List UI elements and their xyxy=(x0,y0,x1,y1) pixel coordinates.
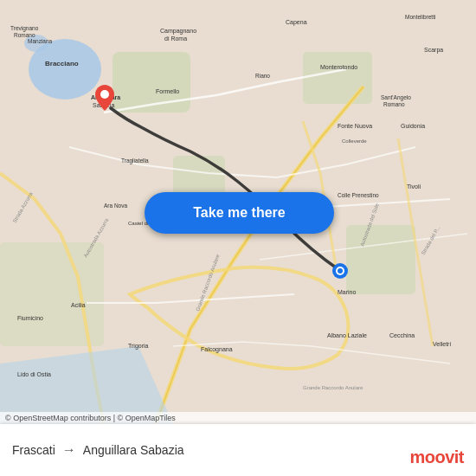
svg-text:Fonte Nuova: Fonte Nuova xyxy=(338,123,372,129)
svg-text:Falcognana: Falcognana xyxy=(201,346,233,353)
svg-text:Monterotondo: Monterotondo xyxy=(320,64,357,70)
svg-text:Tragliatella: Tragliatella xyxy=(121,158,149,164)
route-arrow: → xyxy=(62,442,76,458)
svg-point-51 xyxy=(338,268,343,273)
svg-text:Montelibretti: Montelibretti xyxy=(405,14,435,20)
svg-text:Tivoli: Tivoli xyxy=(407,183,421,190)
svg-text:Grande Raccordo Anulare: Grande Raccordo Anulare xyxy=(303,385,363,390)
svg-rect-3 xyxy=(113,52,190,113)
origin-label: Frascati xyxy=(12,443,55,457)
svg-text:Albano Laziale: Albano Laziale xyxy=(327,332,367,338)
svg-text:Bracciano: Bracciano xyxy=(45,60,79,68)
destination-label: Anguillara Sabazia xyxy=(83,443,184,457)
destination-dot xyxy=(331,262,349,283)
bottom-bar: Frascati → Anguillara Sabazia moovit xyxy=(0,424,476,476)
svg-text:Riano: Riano xyxy=(255,73,270,79)
svg-rect-7 xyxy=(346,225,415,294)
svg-text:Velletri: Velletri xyxy=(433,341,451,347)
svg-text:Romano: Romano xyxy=(383,101,405,107)
svg-text:Colle Prenestino: Colle Prenestino xyxy=(338,192,379,198)
origin-pin xyxy=(95,85,114,114)
svg-text:di Roma: di Roma xyxy=(164,35,187,42)
svg-text:Sant'Angelo: Sant'Angelo xyxy=(381,94,411,101)
svg-text:Romano: Romano xyxy=(14,32,35,38)
svg-text:Cecchina: Cecchina xyxy=(389,332,415,338)
svg-text:Guidonia: Guidonia xyxy=(401,123,425,129)
svg-text:Trigoria: Trigoria xyxy=(128,343,149,350)
svg-point-48 xyxy=(100,90,109,99)
svg-text:Capena: Capena xyxy=(286,19,307,26)
svg-rect-6 xyxy=(303,52,372,104)
copyright-text: © OpenStreetMap contributors | © OpenMap… xyxy=(5,414,176,422)
svg-text:Trevignano: Trevignano xyxy=(10,25,39,32)
svg-text:Lido di Ostia: Lido di Ostia xyxy=(17,371,51,377)
map-container: Bracciano Anguillara Sabazia Manziana Tr… xyxy=(0,0,476,424)
moovit-logo: moovit xyxy=(409,447,464,467)
svg-text:Fiumicino: Fiumicino xyxy=(17,315,43,321)
svg-text:Campagnano: Campagnano xyxy=(160,28,196,35)
moovit-brand-text: moovit xyxy=(409,447,464,467)
svg-text:Ara Nova: Ara Nova xyxy=(104,203,127,209)
take-me-there-button[interactable]: Take me there xyxy=(145,192,334,234)
svg-text:Scarpa: Scarpa xyxy=(424,47,443,54)
copyright-bar: © OpenStreetMap contributors | © OpenMap… xyxy=(0,412,476,424)
route-info: Frascati → Anguillara Sabazia xyxy=(12,442,184,458)
svg-text:Acilia: Acilia xyxy=(71,302,86,308)
svg-text:Formello: Formello xyxy=(156,88,179,94)
svg-text:Manziana: Manziana xyxy=(28,38,53,44)
svg-text:Colleverde: Colleverde xyxy=(342,138,367,144)
svg-text:Marino: Marino xyxy=(338,289,357,295)
